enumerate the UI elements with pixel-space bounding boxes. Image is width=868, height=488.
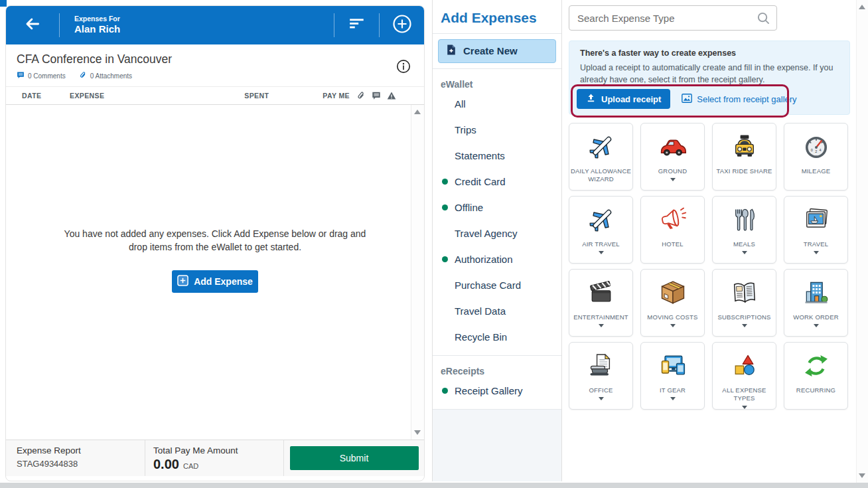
paperclip-column-icon[interactable] [356,91,366,100]
upload-icon [586,93,596,105]
tile-all-expense-types[interactable]: ALL EXPENSE TYPES [712,342,776,410]
comments-meta[interactable]: 0 Comments [17,71,66,80]
sidebar-item-label: Travel Data [455,305,506,317]
expense-type-grid: DAILY ALLOWANCE WIZARD GROUND TAXI RIDE … [569,123,848,410]
sidebar-item-credit-card[interactable]: Credit Card [433,169,561,195]
utensils-icon [730,205,759,234]
add-expenses-title: Add Expenses [433,0,561,27]
sidebar-item-label: Recycle Bin [455,331,507,343]
airplane-icon [587,205,616,234]
nav-section-header: eWallet [433,69,561,91]
tile-label: DAILY ALLOWANCE WIZARD [569,167,632,184]
nav-item-create-new[interactable]: Create New [438,39,556,63]
tile-travel[interactable]: TRAVEL [784,196,848,264]
total-amount-row: 0.00 CAD [153,457,283,472]
upload-receipt-label: Upload receipt [601,94,661,104]
footer-pad [6,476,424,481]
scroll-up-icon[interactable] [859,5,865,9]
tile-meals[interactable]: MEALS [712,196,776,264]
sidebar-item-authorization[interactable]: Authorization [433,246,561,272]
tile-moving-costs[interactable]: MOVING COSTS [640,269,705,337]
dropdown-caret-icon [742,324,747,327]
scroll-up-icon[interactable] [414,110,421,114]
comment-column-icon[interactable] [372,91,381,100]
column-spent[interactable]: SPENT [244,92,323,100]
sidebar-item-receipt-gallery[interactable]: Receipt Gallery [433,378,561,404]
tile-label: TRAVEL [802,240,830,248]
submit-button[interactable]: Submit [290,446,419,470]
report-titlebar: CFA Conference in Vancouver 0 Comments 0… [6,44,424,86]
sidebar-item-statements[interactable]: Statements [433,143,561,169]
sidebar-item-travel-data[interactable]: Travel Data [433,298,561,324]
tile-label: IT GEAR [658,386,687,394]
speedometer-icon: 024 [802,132,831,161]
recycle-icon [802,351,831,380]
sidebar-item-trips[interactable]: Trips [433,117,561,143]
select-from-gallery-link[interactable]: Select from receipt gallery [682,94,796,105]
comments-count: 0 Comments [28,72,66,80]
expense-report-panel: Expenses For Alan Rich CFA Conference in… [5,5,425,481]
banner-body: Upload a receipt to automatically create… [580,62,841,86]
add-report-button[interactable] [380,6,424,44]
report-header: Expenses For Alan Rich [6,6,424,44]
sidebar-item-offline[interactable]: Offline [433,195,561,220]
report-id: STAG49344838 [17,459,145,469]
sidebar-item-travel-agency[interactable]: Travel Agency [433,220,561,246]
sidebar-item-label: Credit Card [455,176,506,187]
header-user-name: Alan Rich [74,23,334,36]
tile-daily-allowance-wizard[interactable]: DAILY ALLOWANCE WIZARD [569,123,633,191]
banner-actions: Upload receipt Select from receipt galle… [577,89,797,109]
dropdown-caret-icon [599,251,604,254]
bottom-strip [0,483,868,488]
tile-it-gear[interactable]: IT GEAR [640,342,705,410]
sidebar-item-all[interactable]: All [433,91,561,117]
column-date[interactable]: DATE [22,92,70,100]
tile-recurring[interactable]: RECURRING [784,342,848,410]
table-header-icons [356,91,396,100]
upload-receipt-button[interactable]: Upload receipt [577,89,670,109]
sidebar-item-recycle-bin[interactable]: Recycle Bin [433,324,561,350]
dropdown-caret-icon [670,324,676,327]
tile-taxi-ride-share[interactable]: TAXI RIDE SHARE [712,123,776,191]
status-dot [442,388,448,394]
scroll-down-icon[interactable] [859,473,865,478]
tile-entertainment[interactable]: ENTERTAINMENT [569,269,633,337]
scroll-down-icon[interactable] [414,430,421,435]
attachments-meta[interactable]: 0 Attachments [79,71,132,80]
report-scrollbar[interactable] [411,105,424,440]
dropdown-caret-icon [814,324,819,327]
comment-icon [17,71,25,80]
total-amount: 0.00 [153,457,179,472]
dropdown-caret-icon [742,406,747,409]
tile-office[interactable]: OFFICE [569,342,633,410]
header-subtitle: Expenses For [74,15,334,23]
add-expense-button[interactable]: Add Expense [172,270,258,293]
page-scrollbar[interactable] [856,0,868,483]
tile-mileage[interactable]: 024 MILEAGE [784,123,848,191]
column-payme[interactable]: PAY ME [323,92,350,100]
nav-section-header: eReceipts [433,356,561,378]
sidebar-item-label: Travel Agency [455,228,518,239]
airplane-icon [587,132,616,161]
warning-column-icon[interactable] [387,91,396,100]
tile-work-order[interactable]: WORK ORDER [784,269,848,337]
back-button[interactable] [6,6,59,44]
tile-subscriptions[interactable]: SUBSCRIPTIONS [712,269,776,337]
sort-button[interactable] [334,6,379,44]
tile-label: MEALS [732,240,757,248]
expense-app: Expenses For Alan Rich CFA Conference in… [0,0,868,488]
tile-hotel[interactable]: HOTEL [640,196,705,264]
sidebar-item-label: All [455,98,466,110]
plus-circle-icon [392,14,412,37]
tile-ground[interactable]: GROUND [640,123,705,191]
search-icon[interactable] [757,11,770,25]
report-info-button[interactable] [396,59,411,74]
header-title-block: Expenses For Alan Rich [60,15,334,36]
tile-air-travel[interactable]: AIR TRAVEL [569,196,633,264]
footer-total-section: Total Pay Me Amount 0.00 CAD [145,440,284,476]
search-input[interactable] [569,6,776,30]
attachments-count: 0 Attachments [90,72,132,80]
column-expense[interactable]: EXPENSE [70,92,244,100]
shapes-icon [730,351,759,380]
sidebar-item-purchase-card[interactable]: Purchase Card [433,272,561,298]
